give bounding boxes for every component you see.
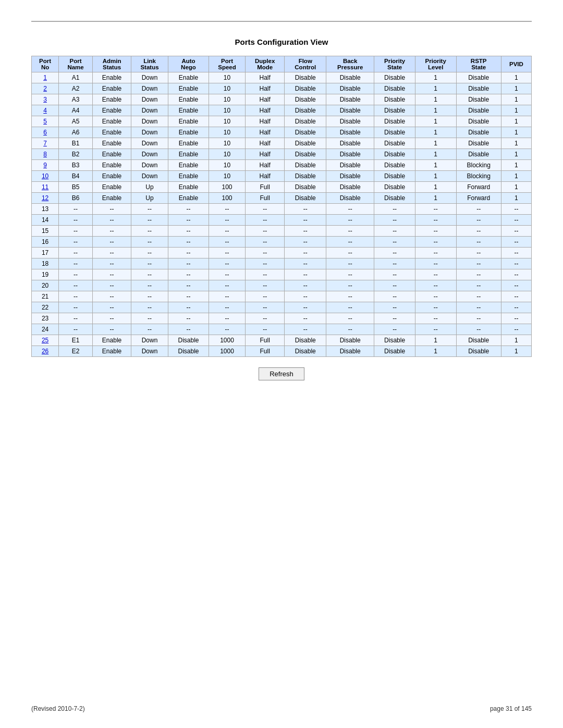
refresh-button[interactable]: Refresh bbox=[259, 367, 304, 380]
cell-back-pressure: Disable bbox=[326, 335, 374, 346]
cell-flow-control: Disable bbox=[285, 193, 326, 204]
table-row: 6A6EnableDownEnable10HalfDisableDisableD… bbox=[32, 127, 532, 138]
cell-port-no[interactable]: 8 bbox=[32, 149, 59, 160]
table-row: 10B4EnableDownEnable10HalfDisableDisable… bbox=[32, 171, 532, 182]
cell-rstp-state: Disable bbox=[456, 83, 501, 94]
cell-port-no[interactable]: 10 bbox=[32, 171, 59, 182]
cell-port-no: 21 bbox=[32, 291, 59, 302]
cell-auto-nego: Enable bbox=[168, 160, 209, 171]
cell-port-no[interactable]: 2 bbox=[32, 83, 59, 94]
cell-auto-nego: -- bbox=[168, 258, 209, 269]
table-row: 1A1EnableDownEnable10HalfDisableDisableD… bbox=[32, 72, 532, 83]
cell-auto-nego: -- bbox=[168, 215, 209, 226]
cell-port-name: A3 bbox=[59, 94, 93, 105]
cell-flow-control: -- bbox=[285, 248, 326, 258]
cell-port-no: 16 bbox=[32, 237, 59, 248]
port-link[interactable]: 2 bbox=[43, 85, 47, 92]
cell-auto-nego: Disable bbox=[168, 346, 209, 357]
cell-link-status: Down bbox=[131, 127, 168, 138]
port-link[interactable]: 26 bbox=[42, 348, 48, 355]
port-link[interactable]: 4 bbox=[43, 107, 47, 114]
cell-pvid: -- bbox=[501, 302, 531, 313]
cell-auto-nego: Disable bbox=[168, 335, 209, 346]
cell-pvid: -- bbox=[501, 226, 531, 237]
cell-auto-nego: Enable bbox=[168, 182, 209, 193]
cell-duplex-mode: Half bbox=[245, 83, 285, 94]
table-row: 25E1EnableDownDisable1000FullDisableDisa… bbox=[32, 335, 532, 346]
port-link[interactable]: 5 bbox=[43, 118, 47, 125]
cell-port-speed: 10 bbox=[209, 94, 246, 105]
cell-port-no[interactable]: 26 bbox=[32, 346, 59, 357]
cell-priority-level: 1 bbox=[415, 182, 456, 193]
col-header-port-no: PortNo bbox=[32, 56, 59, 72]
port-link[interactable]: 1 bbox=[43, 74, 47, 81]
cell-pvid: -- bbox=[501, 248, 531, 258]
cell-back-pressure: -- bbox=[326, 226, 374, 237]
cell-priority-state: Disable bbox=[374, 171, 415, 182]
cell-priority-level: -- bbox=[415, 204, 456, 215]
col-header-priority-level: PriorityLevel bbox=[415, 56, 456, 72]
port-link[interactable]: 7 bbox=[43, 140, 47, 147]
cell-duplex-mode: Half bbox=[245, 105, 285, 116]
port-link[interactable]: 6 bbox=[43, 129, 47, 136]
cell-link-status: -- bbox=[131, 291, 168, 302]
cell-port-no[interactable]: 12 bbox=[32, 193, 59, 204]
port-link[interactable]: 25 bbox=[42, 337, 48, 344]
cell-port-name: A5 bbox=[59, 116, 93, 127]
cell-rstp-state: Disable bbox=[456, 105, 501, 116]
cell-admin-status: -- bbox=[92, 237, 131, 248]
cell-priority-state: Disable bbox=[374, 182, 415, 193]
cell-port-no[interactable]: 5 bbox=[32, 116, 59, 127]
cell-priority-state: -- bbox=[374, 313, 415, 324]
cell-duplex-mode: Full bbox=[245, 346, 285, 357]
page-container: Ports Configuration View PortNo PortName… bbox=[0, 0, 563, 412]
cell-port-no[interactable]: 6 bbox=[32, 127, 59, 138]
cell-port-name: -- bbox=[59, 248, 93, 258]
cell-duplex-mode: -- bbox=[245, 215, 285, 226]
cell-port-no: 19 bbox=[32, 269, 59, 280]
cell-admin-status: Enable bbox=[92, 138, 131, 149]
cell-link-status: -- bbox=[131, 237, 168, 248]
cell-link-status: -- bbox=[131, 269, 168, 280]
cell-port-no[interactable]: 9 bbox=[32, 160, 59, 171]
cell-port-no[interactable]: 25 bbox=[32, 335, 59, 346]
cell-link-status: Down bbox=[131, 94, 168, 105]
port-link[interactable]: 9 bbox=[43, 162, 47, 169]
cell-back-pressure: Disable bbox=[326, 160, 374, 171]
cell-port-no[interactable]: 4 bbox=[32, 105, 59, 116]
cell-rstp-state: -- bbox=[456, 302, 501, 313]
cell-flow-control: Disable bbox=[285, 83, 326, 94]
cell-port-no[interactable]: 7 bbox=[32, 138, 59, 149]
cell-port-no[interactable]: 1 bbox=[32, 72, 59, 83]
cell-duplex-mode: -- bbox=[245, 313, 285, 324]
cell-port-no[interactable]: 3 bbox=[32, 94, 59, 105]
cell-back-pressure: Disable bbox=[326, 346, 374, 357]
cell-port-no[interactable]: 11 bbox=[32, 182, 59, 193]
cell-priority-level: 1 bbox=[415, 193, 456, 204]
top-border bbox=[31, 21, 532, 22]
cell-auto-nego: -- bbox=[168, 269, 209, 280]
cell-duplex-mode: -- bbox=[245, 302, 285, 313]
cell-port-name: -- bbox=[59, 258, 93, 269]
port-link[interactable]: 10 bbox=[42, 172, 48, 180]
cell-priority-level: -- bbox=[415, 269, 456, 280]
cell-back-pressure: -- bbox=[326, 313, 374, 324]
cell-admin-status: -- bbox=[92, 258, 131, 269]
table-row: 22------------------------ bbox=[32, 302, 532, 313]
cell-flow-control: -- bbox=[285, 258, 326, 269]
cell-auto-nego: Enable bbox=[168, 72, 209, 83]
cell-back-pressure: -- bbox=[326, 215, 374, 226]
ports-table: PortNo PortName AdminStatus LinkStatus A… bbox=[31, 56, 532, 357]
port-link[interactable]: 11 bbox=[42, 183, 48, 191]
cell-priority-state: -- bbox=[374, 248, 415, 258]
cell-auto-nego: -- bbox=[168, 302, 209, 313]
cell-duplex-mode: Half bbox=[245, 149, 285, 160]
port-link[interactable]: 12 bbox=[42, 194, 48, 202]
port-link[interactable]: 8 bbox=[43, 151, 47, 158]
cell-rstp-state: -- bbox=[456, 313, 501, 324]
port-link[interactable]: 3 bbox=[43, 96, 47, 103]
cell-link-status: Up bbox=[131, 182, 168, 193]
cell-priority-state: Disable bbox=[374, 83, 415, 94]
cell-port-name: B1 bbox=[59, 138, 93, 149]
cell-pvid: 1 bbox=[501, 149, 531, 160]
